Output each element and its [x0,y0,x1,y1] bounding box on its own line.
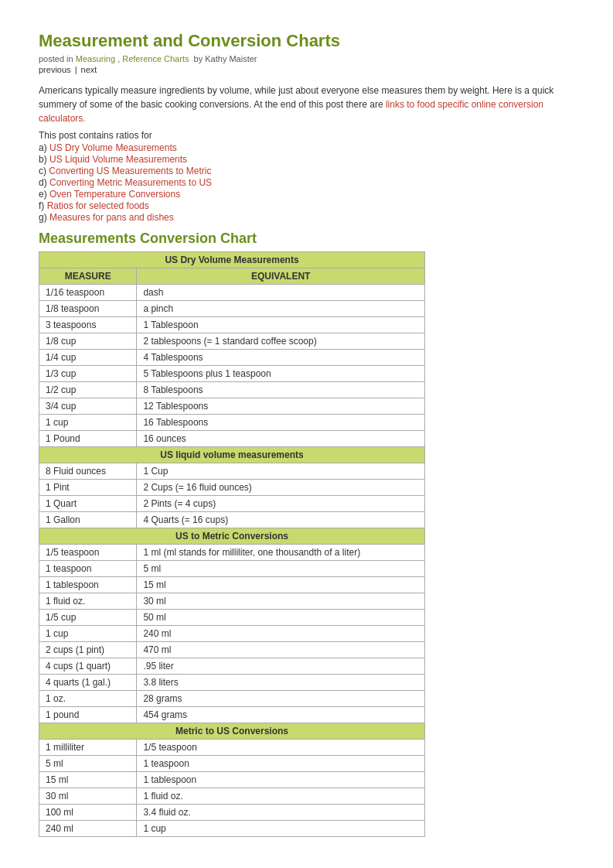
metric-to-us-header-row: Metric to US Conversions [39,723,425,740]
intro-text: Americans typically measure ingredients … [39,84,574,125]
table-row: 15 ml1 tablespoon [39,772,425,788]
toc-link-oven-temp[interactable]: Oven Temperature Conversions [49,189,180,200]
table-row: 1 tablespoon15 ml [39,577,425,593]
table-row: 4 quarts (1 gal.)3.8 liters [39,675,425,691]
dry-volume-col-header: MEASURE EQUIVALENT [39,268,425,285]
table-row: 2 cups (1 pint)470 ml [39,642,425,658]
toc-link-dry-volume[interactable]: US Dry Volume Measurements [49,142,177,153]
toc-link-us-to-metric[interactable]: Converting US Measurements to Metric [49,166,211,176]
liquid-volume-header-row: US liquid volume measurements [39,447,425,463]
toc-item-f: f) Ratios for selected foods [39,200,574,211]
category-measuring-link[interactable]: Measuring [76,54,115,63]
page-title: Measurement and Conversion Charts [39,31,574,51]
conversion-table: US Dry Volume Measurements MEASURE EQUIV… [39,251,425,837]
toc-item-g: g) Measures for pans and dishes [39,212,574,223]
liquid-volume-section-label: US liquid volume measurements [39,447,425,463]
toc-item-c: c) Converting US Measurements to Metric [39,166,574,176]
table-row: 3 teaspoons1 Tablespoon [39,317,425,333]
toc-item-a: a) US Dry Volume Measurements [39,142,574,153]
table-row: 1 teaspoon5 ml [39,561,425,577]
table-row: 8 Fluid ounces1 Cup [39,463,425,480]
posted-in-label: posted in [39,54,73,63]
toc-link-pans[interactable]: Measures for pans and dishes [49,212,174,223]
toc-intro: This post contains ratios for [39,130,574,141]
table-row: 30 ml1 fluid oz. [39,788,425,805]
previous-link[interactable]: previous [39,65,71,74]
table-row: 5 ml1 teaspoon [39,756,425,772]
equivalent-col-header: EQUIVALENT [137,268,425,285]
nav-separator: | [75,65,77,74]
chart-title: Measurements Conversion Chart [39,231,574,247]
dry-volume-section-label: US Dry Volume Measurements [39,252,425,268]
table-row: 1/16 teaspoondash [39,285,425,301]
us-to-metric-section-label: US to Metric Conversions [39,528,425,545]
table-row: 1 milliliter1/5 teaspoon [39,740,425,756]
measure-col-header: MEASURE [39,268,137,285]
table-row: 1 Gallon4 Quarts (= 16 cups) [39,512,425,528]
table-row: 1/4 cup4 Tablespoons [39,350,425,366]
table-row: 100 ml3.4 fluid oz. [39,805,425,821]
table-row: 1/8 teaspoona pinch [39,301,425,317]
table-row: 1/2 cup8 Tablespoons [39,382,425,398]
table-row: 1 fluid oz.30 ml [39,593,425,610]
nav-links: previous | next [39,65,574,74]
toc-link-metric-to-us[interactable]: Converting Metric Measurements to US [49,177,212,188]
table-row: 3/4 cup12 Tablespoons [39,398,425,415]
table-row: 1 Quart2 Pints (= 4 cups) [39,496,425,512]
table-row: 1/8 cup2 tablespoons (= 1 standard coffe… [39,333,425,350]
table-row: 1 cup16 Tablespoons [39,415,425,431]
by-label: by Kathy Maister [194,54,257,63]
metric-to-us-section-label: Metric to US Conversions [39,723,425,740]
table-row: 1 Pint2 Cups (= 16 fluid ounces) [39,480,425,496]
table-of-contents: a) US Dry Volume Measurements b) US Liqu… [39,142,574,223]
category-reference-link[interactable]: Reference Charts [122,54,189,63]
table-row: 1 cup240 ml [39,626,425,642]
table-row: 1/5 teaspoon1 ml (ml stands for millilit… [39,545,425,561]
next-link[interactable]: next [81,65,97,74]
table-row: 1 oz.28 grams [39,691,425,707]
toc-link-liquid-volume[interactable]: US Liquid Volume Measurements [49,154,187,165]
us-to-metric-header-row: US to Metric Conversions [39,528,425,545]
toc-item-d: d) Converting Metric Measurements to US [39,177,574,188]
post-meta: posted in Measuring , Reference Charts b… [39,54,574,63]
table-row: 1/5 cup50 ml [39,610,425,626]
toc-link-ratios[interactable]: Ratios for selected foods [47,200,149,211]
table-row: 240 ml1 cup [39,821,425,837]
table-row: 1 pound454 grams [39,707,425,723]
table-row: 1/3 cup5 Tablespoons plus 1 teaspoon [39,366,425,382]
toc-item-b: b) US Liquid Volume Measurements [39,154,574,165]
table-row: 4 cups (1 quart).95 liter [39,658,425,675]
table-row: 1 Pound16 ounces [39,431,425,447]
toc-item-e: e) Oven Temperature Conversions [39,189,574,200]
dry-volume-header-row: US Dry Volume Measurements [39,252,425,268]
